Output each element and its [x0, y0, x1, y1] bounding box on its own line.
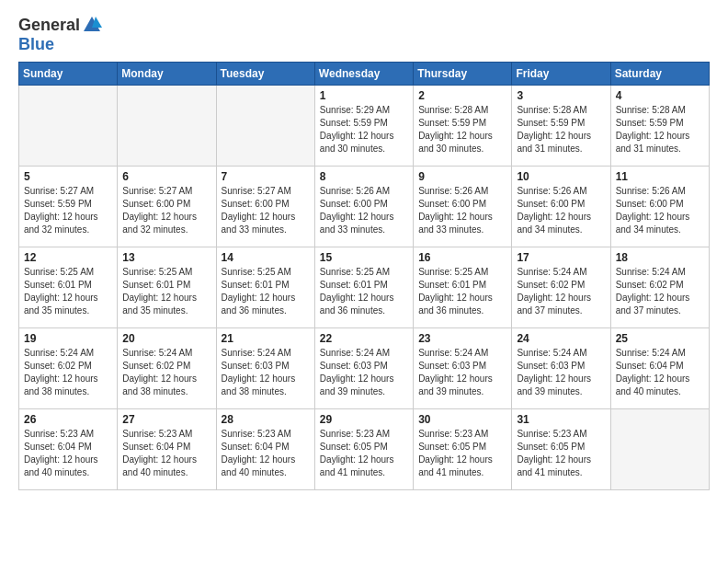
cell-info: Sunrise: 5:25 AMSunset: 6:01 PMDaylight:…	[320, 266, 408, 317]
cell-info: Sunrise: 5:24 AMSunset: 6:02 PMDaylight:…	[122, 347, 210, 398]
day-cell: 28Sunrise: 5:23 AMSunset: 6:04 PMDayligh…	[216, 409, 314, 490]
col-header-sunday: Sunday	[19, 63, 118, 86]
day-number: 18	[616, 251, 704, 264]
cell-info: Sunrise: 5:24 AMSunset: 6:03 PMDaylight:…	[222, 347, 310, 398]
day-number: 25	[616, 332, 704, 345]
day-cell: 8Sunrise: 5:26 AMSunset: 6:00 PMDaylight…	[314, 167, 413, 247]
day-cell: 17Sunrise: 5:24 AMSunset: 6:02 PMDayligh…	[512, 247, 610, 328]
day-number: 16	[418, 251, 506, 264]
day-cell	[19, 86, 118, 167]
day-number: 23	[418, 332, 506, 345]
col-header-wednesday: Wednesday	[314, 63, 413, 86]
cell-info: Sunrise: 5:24 AMSunset: 6:03 PMDaylight:…	[320, 347, 408, 398]
col-header-thursday: Thursday	[414, 63, 512, 86]
cell-info: Sunrise: 5:24 AMSunset: 6:02 PMDaylight:…	[24, 347, 112, 398]
cell-info: Sunrise: 5:28 AMSunset: 5:59 PMDaylight:…	[418, 104, 506, 155]
day-cell: 23Sunrise: 5:24 AMSunset: 6:03 PMDayligh…	[414, 328, 512, 409]
day-number: 19	[24, 332, 112, 345]
day-cell: 24Sunrise: 5:24 AMSunset: 6:03 PMDayligh…	[512, 328, 610, 409]
day-cell: 9Sunrise: 5:26 AMSunset: 6:00 PMDaylight…	[414, 167, 512, 247]
day-number: 13	[122, 251, 210, 264]
week-row-1: 1Sunrise: 5:29 AMSunset: 5:59 PMDaylight…	[19, 86, 710, 167]
cell-info: Sunrise: 5:28 AMSunset: 5:59 PMDaylight:…	[616, 104, 704, 155]
day-cell: 7Sunrise: 5:27 AMSunset: 6:00 PMDaylight…	[216, 167, 314, 247]
day-cell: 31Sunrise: 5:23 AMSunset: 6:05 PMDayligh…	[512, 409, 610, 490]
day-cell: 15Sunrise: 5:25 AMSunset: 6:01 PMDayligh…	[314, 247, 413, 328]
cell-info: Sunrise: 5:24 AMSunset: 6:02 PMDaylight:…	[517, 266, 605, 317]
cell-info: Sunrise: 5:23 AMSunset: 6:04 PMDaylight:…	[222, 428, 310, 479]
cell-info: Sunrise: 5:27 AMSunset: 6:00 PMDaylight:…	[122, 185, 210, 236]
week-row-3: 12Sunrise: 5:25 AMSunset: 6:01 PMDayligh…	[19, 247, 710, 328]
day-cell: 3Sunrise: 5:28 AMSunset: 5:59 PMDaylight…	[512, 86, 610, 167]
day-cell: 4Sunrise: 5:28 AMSunset: 5:59 PMDaylight…	[610, 86, 709, 167]
cell-info: Sunrise: 5:26 AMSunset: 6:00 PMDaylight:…	[418, 185, 506, 236]
day-cell: 27Sunrise: 5:23 AMSunset: 6:04 PMDayligh…	[118, 409, 216, 490]
day-number: 29	[320, 413, 408, 426]
day-number: 11	[616, 170, 704, 183]
col-header-saturday: Saturday	[610, 63, 709, 86]
cell-info: Sunrise: 5:25 AMSunset: 6:01 PMDaylight:…	[122, 266, 210, 317]
day-number: 17	[517, 251, 605, 264]
day-cell: 10Sunrise: 5:26 AMSunset: 6:00 PMDayligh…	[512, 167, 610, 247]
calendar-table: SundayMondayTuesdayWednesdayThursdayFrid…	[18, 62, 710, 490]
cell-info: Sunrise: 5:23 AMSunset: 6:04 PMDaylight:…	[24, 428, 112, 479]
day-cell: 13Sunrise: 5:25 AMSunset: 6:01 PMDayligh…	[118, 247, 216, 328]
logo-general: General	[18, 16, 80, 35]
day-cell	[216, 86, 314, 167]
day-number: 2	[418, 89, 506, 102]
day-number: 26	[24, 413, 112, 426]
day-cell: 25Sunrise: 5:24 AMSunset: 6:04 PMDayligh…	[610, 328, 709, 409]
col-header-friday: Friday	[512, 63, 610, 86]
cell-info: Sunrise: 5:26 AMSunset: 6:00 PMDaylight:…	[517, 185, 605, 236]
day-number: 8	[320, 170, 408, 183]
cell-info: Sunrise: 5:26 AMSunset: 6:00 PMDaylight:…	[320, 185, 408, 236]
cell-info: Sunrise: 5:23 AMSunset: 6:04 PMDaylight:…	[122, 428, 210, 479]
day-number: 21	[222, 332, 310, 345]
day-cell: 5Sunrise: 5:27 AMSunset: 5:59 PMDaylight…	[19, 167, 118, 247]
week-row-4: 19Sunrise: 5:24 AMSunset: 6:02 PMDayligh…	[19, 328, 710, 409]
day-cell	[118, 86, 216, 167]
cell-info: Sunrise: 5:24 AMSunset: 6:03 PMDaylight:…	[418, 347, 506, 398]
day-cell: 12Sunrise: 5:25 AMSunset: 6:01 PMDayligh…	[19, 247, 118, 328]
cell-info: Sunrise: 5:27 AMSunset: 5:59 PMDaylight:…	[24, 185, 112, 236]
logo: General Blue	[18, 15, 102, 54]
day-cell: 26Sunrise: 5:23 AMSunset: 6:04 PMDayligh…	[19, 409, 118, 490]
cell-info: Sunrise: 5:24 AMSunset: 6:02 PMDaylight:…	[616, 266, 704, 317]
day-cell: 14Sunrise: 5:25 AMSunset: 6:01 PMDayligh…	[216, 247, 314, 328]
cell-info: Sunrise: 5:24 AMSunset: 6:04 PMDaylight:…	[616, 347, 704, 398]
day-number: 5	[24, 170, 112, 183]
day-number: 3	[517, 89, 605, 102]
day-number: 20	[122, 332, 210, 345]
day-number: 10	[517, 170, 605, 183]
day-cell	[610, 409, 709, 490]
week-row-5: 26Sunrise: 5:23 AMSunset: 6:04 PMDayligh…	[19, 409, 710, 490]
day-cell: 20Sunrise: 5:24 AMSunset: 6:02 PMDayligh…	[118, 328, 216, 409]
day-number: 12	[24, 251, 112, 264]
cell-info: Sunrise: 5:25 AMSunset: 6:01 PMDaylight:…	[418, 266, 506, 317]
day-cell: 1Sunrise: 5:29 AMSunset: 5:59 PMDaylight…	[314, 86, 413, 167]
cell-info: Sunrise: 5:24 AMSunset: 6:03 PMDaylight:…	[517, 347, 605, 398]
day-cell: 16Sunrise: 5:25 AMSunset: 6:01 PMDayligh…	[414, 247, 512, 328]
day-number: 6	[122, 170, 210, 183]
logo-blue: Blue	[18, 35, 54, 53]
cell-info: Sunrise: 5:25 AMSunset: 6:01 PMDaylight:…	[222, 266, 310, 317]
day-number: 27	[122, 413, 210, 426]
week-row-2: 5Sunrise: 5:27 AMSunset: 5:59 PMDaylight…	[19, 167, 710, 247]
day-number: 1	[320, 89, 408, 102]
day-number: 24	[517, 332, 605, 345]
calendar-header-row: SundayMondayTuesdayWednesdayThursdayFrid…	[19, 63, 710, 86]
logo-icon	[82, 15, 102, 35]
cell-info: Sunrise: 5:25 AMSunset: 6:01 PMDaylight:…	[24, 266, 112, 317]
day-number: 15	[320, 251, 408, 264]
day-number: 28	[222, 413, 310, 426]
day-cell: 19Sunrise: 5:24 AMSunset: 6:02 PMDayligh…	[19, 328, 118, 409]
day-cell: 29Sunrise: 5:23 AMSunset: 6:05 PMDayligh…	[314, 409, 413, 490]
day-cell: 18Sunrise: 5:24 AMSunset: 6:02 PMDayligh…	[610, 247, 709, 328]
day-cell: 2Sunrise: 5:28 AMSunset: 5:59 PMDaylight…	[414, 86, 512, 167]
day-number: 31	[517, 413, 605, 426]
day-number: 7	[222, 170, 310, 183]
cell-info: Sunrise: 5:23 AMSunset: 6:05 PMDaylight:…	[320, 428, 408, 479]
day-cell: 30Sunrise: 5:23 AMSunset: 6:05 PMDayligh…	[414, 409, 512, 490]
day-number: 9	[418, 170, 506, 183]
day-number: 30	[418, 413, 506, 426]
